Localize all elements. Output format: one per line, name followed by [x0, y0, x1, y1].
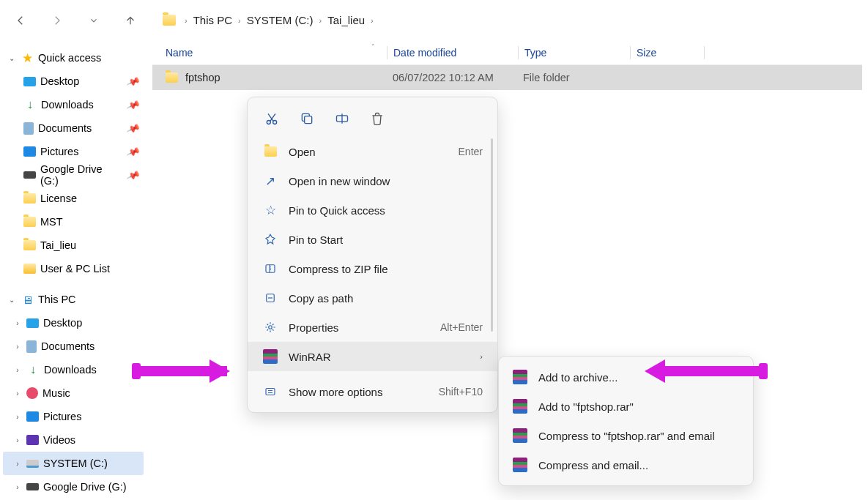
column-headers: Name˄ Date modified Type Size — [152, 40, 862, 65]
breadcrumb[interactable]: › This PC › SYSTEM (C:) › Tai_lieu › — [163, 14, 375, 26]
sidebar-pc-music[interactable]: ›Music — [3, 381, 144, 405]
winrar-icon — [512, 369, 528, 385]
context-menu: OpenEnter ↗Open in new window ☆Pin to Qu… — [247, 97, 498, 413]
sidebar-pc-desktop[interactable]: ›Desktop — [3, 311, 144, 335]
folder-icon — [23, 264, 36, 274]
folder-icon — [23, 240, 36, 250]
sidebar-license[interactable]: License — [3, 187, 144, 210]
sidebar: ⌄★Quick access Desktop📌 ↓Downloads📌 Docu… — [0, 40, 146, 500]
folder-icon — [23, 193, 36, 204]
zip-icon — [262, 261, 278, 277]
sidebar-tailieu[interactable]: Tai_lieu — [3, 234, 144, 257]
forward-button[interactable] — [47, 10, 67, 31]
sidebar-pc-videos[interactable]: ›Videos — [3, 428, 144, 452]
ctx-copy-path[interactable]: Copy as path — [248, 283, 497, 313]
col-size[interactable]: Size — [631, 47, 704, 59]
annotation-arrow-right — [665, 366, 763, 376]
back-button[interactable] — [10, 10, 31, 31]
scrollbar[interactable] — [491, 138, 493, 332]
sidebar-pc-documents[interactable]: ›Documents — [3, 335, 144, 358]
download-icon: ↓ — [23, 98, 37, 111]
document-icon — [23, 122, 34, 135]
copy-button[interactable] — [296, 108, 318, 130]
up-button[interactable] — [120, 10, 141, 31]
annotation-arrow-left — [136, 366, 227, 376]
picture-icon — [26, 411, 39, 422]
folder-icon — [166, 72, 178, 83]
ctx-pin-qa[interactable]: ☆Pin to Quick access — [248, 195, 497, 225]
sub-add-to[interactable]: Add to "fptshop.rar" — [499, 392, 753, 421]
winrar-icon — [512, 428, 528, 444]
svg-point-0 — [267, 121, 270, 124]
winrar-icon — [512, 398, 528, 414]
folder-icon — [23, 217, 36, 227]
copy-path-icon — [262, 290, 278, 306]
download-icon: ↓ — [26, 363, 40, 376]
svg-rect-7 — [266, 389, 275, 395]
desktop-icon — [26, 318, 39, 328]
file-row-fptshop[interactable]: fptshop 06/07/2022 10:12 AM File folder — [152, 65, 862, 90]
ctx-winrar[interactable]: WinRAR› — [248, 342, 497, 371]
pin-icon: 📌 — [126, 144, 141, 159]
recent-dropdown[interactable] — [84, 10, 104, 31]
chevron-right-icon: › — [480, 352, 483, 361]
svg-point-1 — [273, 121, 277, 124]
pin-icon: 📌 — [126, 97, 141, 112]
winrar-icon — [262, 348, 278, 365]
document-icon — [26, 340, 37, 353]
sidebar-userpc[interactable]: User & PC List — [3, 257, 144, 280]
svg-point-6 — [269, 326, 272, 329]
col-date[interactable]: Date modified — [387, 47, 518, 59]
sidebar-quick-access[interactable]: ⌄★Quick access — [3, 46, 144, 70]
music-icon — [26, 387, 38, 399]
properties-icon — [262, 319, 278, 335]
sidebar-gdrive[interactable]: Google Drive (G:)📌 — [3, 163, 144, 187]
crumb-root[interactable]: This PC — [193, 14, 232, 26]
sidebar-mst[interactable]: MST — [3, 210, 144, 234]
rename-button[interactable] — [331, 108, 353, 130]
pin-icon: 📌 — [126, 121, 141, 135]
winrar-icon — [512, 457, 528, 473]
toolbar: › This PC › SYSTEM (C:) › Tai_lieu › — [0, 0, 868, 40]
pin-icon: 📌 — [126, 168, 141, 182]
more-icon — [262, 384, 278, 400]
pin-icon — [262, 231, 278, 247]
cut-button[interactable] — [261, 108, 283, 130]
ctx-zip[interactable]: Compress to ZIP file — [248, 254, 497, 283]
disk-icon — [26, 460, 39, 468]
pin-icon: 📌 — [126, 74, 141, 89]
external-icon: ↗ — [262, 173, 278, 189]
ctx-pin-start[interactable]: Pin to Start — [248, 225, 497, 254]
video-icon — [26, 435, 39, 445]
folder-icon — [163, 15, 176, 26]
sidebar-pictures[interactable]: Pictures📌 — [3, 140, 144, 163]
sidebar-pc-pictures[interactable]: ›Pictures — [3, 405, 144, 428]
ctx-open[interactable]: OpenEnter — [248, 137, 497, 166]
star-icon: ★ — [21, 51, 34, 64]
picture-icon — [23, 146, 36, 157]
sidebar-pc-gdrive[interactable]: ›Google Drive (G:) — [3, 475, 144, 499]
sidebar-this-pc[interactable]: ⌄🖥This PC — [3, 288, 144, 311]
sidebar-pc-downloads[interactable]: ›↓Downloads — [3, 358, 144, 381]
ctx-open-window[interactable]: ↗Open in new window — [248, 166, 497, 195]
sidebar-desktop[interactable]: Desktop📌 — [3, 70, 144, 93]
col-name[interactable]: Name˄ — [152, 47, 387, 59]
svg-rect-4 — [266, 265, 275, 273]
svg-rect-2 — [305, 116, 312, 124]
folder-open-icon — [262, 143, 278, 160]
star-outline-icon: ☆ — [262, 202, 278, 218]
col-type[interactable]: Type — [519, 47, 630, 59]
sidebar-downloads[interactable]: ↓Downloads📌 — [3, 93, 144, 116]
sub-compress-email[interactable]: Compress to "fptshop.rar" and email — [499, 421, 753, 450]
delete-button[interactable] — [366, 108, 388, 130]
sub-compress-and-email[interactable]: Compress and email... — [499, 450, 753, 480]
sidebar-documents[interactable]: Documents📌 — [3, 116, 144, 140]
ctx-properties[interactable]: PropertiesAlt+Enter — [248, 313, 497, 342]
drive-icon — [26, 483, 39, 490]
crumb-drive[interactable]: SYSTEM (C:) — [247, 14, 314, 26]
desktop-icon — [23, 77, 36, 86]
sort-icon: ˄ — [371, 43, 375, 51]
sidebar-pc-system[interactable]: ›SYSTEM (C:) — [3, 452, 144, 475]
ctx-more-options[interactable]: Show more optionsShift+F10 — [248, 377, 497, 406]
crumb-folder[interactable]: Tai_lieu — [327, 14, 365, 26]
